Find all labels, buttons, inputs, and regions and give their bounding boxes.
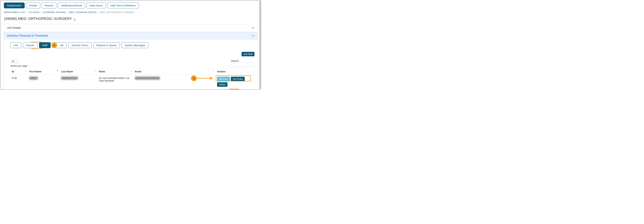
sort-icon: ▲▼	[212, 70, 214, 72]
svg-rect-2	[75, 20, 76, 21]
search-label: Search:	[231, 60, 239, 62]
svg-rect-1	[74, 19, 75, 20]
cell-id: 3730	[10, 75, 28, 90]
accordion-unit-details-label: Unit Details	[7, 26, 21, 29]
svg-rect-0	[74, 18, 74, 19]
breadcrumb-sep: /	[27, 11, 27, 13]
sort-icon: ▲▼	[57, 70, 58, 72]
col-id[interactable]: ID▲▼	[10, 69, 28, 75]
tab-reports[interactable]: Reports	[42, 2, 57, 8]
edit-name-button[interactable]: Edit Name	[217, 77, 230, 81]
tab-data-import[interactable]: Data Import	[86, 2, 106, 8]
table-row: 3730 █████ ██████████ AC Not Submitted W…	[10, 75, 254, 90]
col-roles[interactable]: Roles▲▼	[98, 69, 134, 75]
chevron-up-icon	[252, 34, 254, 37]
entries-select[interactable]: 25	[10, 59, 19, 64]
add-staff-button[interactable]: Add Staff	[242, 52, 254, 56]
chevron-down-icon	[252, 27, 254, 29]
breadcrumb-sep: /	[98, 11, 99, 13]
entries-label: entries per page	[10, 65, 27, 67]
breadcrumb-sep: /	[67, 11, 68, 13]
sort-icon: ▲▼	[130, 70, 132, 72]
subtab-summer-terms[interactable]: Summer Terms	[68, 42, 92, 48]
cell-email: ███████████████	[134, 75, 216, 90]
col-actions: Actions	[216, 69, 254, 75]
sort-icon: ▲▼	[94, 70, 96, 72]
page-title-text: (49068) MED: ORTHOPEDIC SURGERY	[4, 16, 72, 21]
subtab-staff[interactable]: Staff	[39, 42, 50, 48]
scrollbar[interactable]	[259, 1, 261, 89]
delete-button[interactable]: Delete	[217, 82, 228, 87]
subtab-request-queue[interactable]: Request in Queue	[93, 42, 120, 48]
breadcrumb-sep: /	[41, 11, 42, 13]
breadcrumb: DEPARTMENT LIST / UC DAVIS / ACADEMIC AF…	[4, 11, 258, 13]
search-input[interactable]	[231, 63, 254, 67]
tab-help-text[interactable]: Help Text & Definitions	[107, 2, 139, 8]
breadcrumb-vc-deans[interactable]: MED: VC/DEANS OFFICE	[69, 11, 97, 13]
cell-roles: AC Not Submitted Watch List, Dept Review…	[98, 75, 134, 90]
callout-5: 5	[191, 75, 197, 81]
entries-per-page: 25 entries per page	[10, 59, 27, 67]
tab-people[interactable]: People	[26, 2, 40, 8]
subtab-system-messages[interactable]: System Messages	[122, 42, 148, 48]
cell-last-name: ██████████	[60, 75, 98, 90]
top-tabs: Departments People Reports Notifications…	[4, 2, 258, 8]
col-first-name[interactable]: First Name▲▼	[28, 69, 60, 75]
accordion-divisions-label: Divisions, Personnel & Thresholds	[7, 34, 48, 37]
breadcrumb-academic-affairs[interactable]: ACADEMIC AFFAIRS	[43, 11, 66, 13]
subtab-faculty[interactable]: Faculty	[23, 42, 38, 48]
staff-table: ID▲▼ First Name▲▼ Last Name▲▼ Roles▲▼ Em…	[10, 69, 254, 90]
edit-roles-button[interactable]: Edit Roles	[231, 77, 245, 81]
arrow-icon	[196, 78, 213, 79]
callout-4: 4	[51, 42, 57, 48]
col-last-name[interactable]: Last Name▲▼	[60, 69, 98, 75]
breadcrumb-uc-davis[interactable]: UC DAVIS	[29, 11, 40, 13]
accordion-unit-details[interactable]: Unit Details	[4, 24, 258, 32]
breadcrumb-department-list[interactable]: DEPARTMENT LIST	[4, 11, 25, 13]
page-title: (49068) MED: ORTHOPEDIC SURGERY	[4, 16, 258, 21]
col-email[interactable]: Email▲▼	[134, 69, 216, 75]
become-button[interactable]: Become	[228, 89, 239, 90]
subtab-unit[interactable]: Unit	[10, 42, 21, 48]
tab-notifications[interactable]: Notifications/Email	[58, 2, 85, 8]
breadcrumb-current: MED: ORTHOPEDIC SURGERY	[100, 11, 134, 13]
hierarchy-icon[interactable]	[74, 17, 76, 20]
tab-departments[interactable]: Departments	[4, 2, 25, 8]
cell-first-name: █████	[28, 75, 60, 90]
accordion-divisions[interactable]: Divisions, Personnel & Thresholds	[4, 32, 258, 40]
sort-icon: ▲▼	[25, 70, 26, 72]
